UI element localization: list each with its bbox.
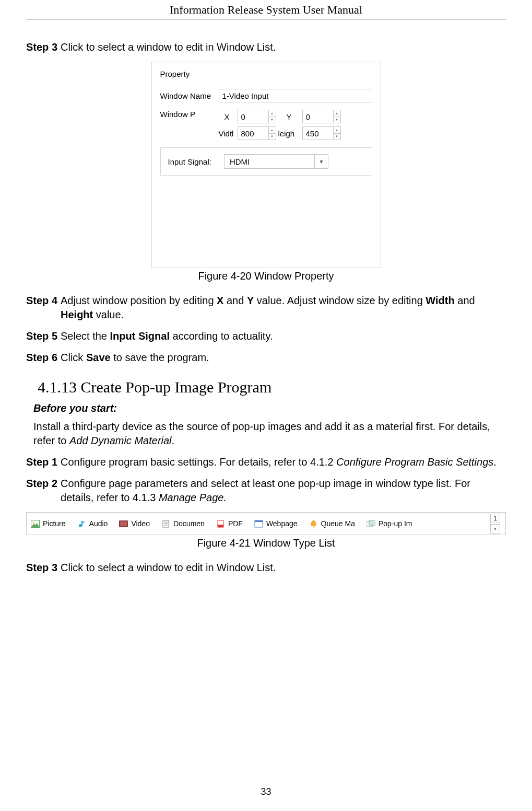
toolbar-item-picture[interactable]: Picture — [31, 519, 66, 528]
y-spinner-down-icon[interactable]: ▼ — [334, 117, 340, 123]
width-spinner-down-icon[interactable]: ▼ — [269, 134, 276, 140]
step-text: Click to select a window to edit in Wind… — [61, 40, 276, 54]
toolbar-label: Picture — [43, 519, 66, 528]
audio-icon — [77, 520, 86, 528]
toolbar-label: Webpage — [266, 519, 298, 528]
step-5: Step 5 Select the Input Signal according… — [26, 329, 506, 343]
section-heading: 4.1.13 Create Pop-up Image Program — [38, 378, 506, 396]
step-3b: Step 3 Click to select a window to edit … — [26, 561, 506, 575]
step-text: Click to select a window to edit in Wind… — [61, 561, 276, 575]
width-input[interactable]: 800 ▲ ▼ — [238, 126, 276, 140]
picture-icon — [31, 520, 40, 528]
text: Configure page parameters and select at … — [61, 478, 470, 503]
before-you-start-text: Install a third-party device as the sour… — [33, 420, 506, 448]
figure-4-21-caption: Figure 4-21 Window Type List — [26, 537, 506, 549]
step-6: Step 6 Click Save to save the program. — [26, 351, 506, 365]
text: . — [172, 435, 175, 446]
x-value[interactable]: 0 — [238, 110, 268, 123]
dropdown-caret-icon[interactable]: ▼ — [314, 155, 328, 168]
step-label: Step 4 — [26, 294, 57, 322]
text-bold: Height — [61, 309, 93, 320]
figure-4-20-caption: Figure 4-20 Window Property — [26, 270, 506, 282]
svg-point-1 — [32, 522, 34, 523]
text: according to actuality. — [170, 330, 273, 342]
height-spinner-up-icon[interactable]: ▲ — [334, 127, 340, 134]
toolbar-label: Pop-up Im — [379, 519, 412, 528]
svg-rect-3 — [81, 521, 82, 526]
svg-rect-13 — [255, 520, 263, 522]
toolbar-label: PDF — [228, 519, 243, 528]
bell-icon — [309, 520, 318, 528]
toolbar-item-queue[interactable]: Queue Ma — [309, 519, 355, 528]
y-spinner-up-icon[interactable]: ▲ — [334, 110, 340, 117]
toolbar-item-pdf[interactable]: PDF — [216, 519, 243, 528]
page-header-title: Information Release System User Manual — [26, 0, 506, 19]
toolbar-item-video[interactable]: Video — [119, 519, 150, 528]
svg-rect-11 — [218, 525, 223, 527]
svg-rect-5 — [120, 522, 127, 526]
toolbar-item-audio[interactable]: Audio — [77, 519, 108, 528]
toolbar-label: Audio — [89, 519, 108, 528]
window-count-input[interactable]: 1 — [490, 514, 500, 523]
text: and — [223, 295, 246, 306]
height-value[interactable]: 450 — [303, 127, 333, 140]
window-position-label: Window P — [160, 110, 214, 119]
text: to save the program. — [111, 352, 209, 363]
step-label: Step 3 — [26, 561, 57, 575]
input-signal-label: Input Signal: — [168, 157, 211, 166]
toolbar-item-popup-image[interactable]: Pop-up Im — [367, 519, 412, 528]
window-name-label: Window Name — [160, 91, 214, 100]
text-bold: X — [217, 295, 223, 306]
y-label: Y — [278, 112, 300, 121]
text-italic: Add Dynamic Material — [69, 435, 172, 446]
page-number: 33 — [0, 786, 532, 797]
toolbar-label: Video — [131, 519, 150, 528]
input-signal-subpanel: Input Signal: HDMI ▼ — [160, 147, 372, 176]
height-input[interactable]: 450 ▲ ▼ — [302, 126, 341, 140]
document-icon — [161, 520, 170, 528]
step-label: Step 3 — [26, 40, 57, 54]
toolbar-item-document[interactable]: Documen — [161, 519, 205, 528]
text-bold: Width — [425, 295, 454, 306]
text: value. Adjust window size by editing — [254, 295, 425, 306]
property-panel: Property Window Name 1-Video Input Windo… — [151, 62, 381, 268]
text: Adjust window position by editing — [61, 295, 217, 306]
width-value[interactable]: 800 — [238, 127, 268, 140]
property-heading: Property — [160, 69, 372, 78]
text: . — [493, 456, 496, 468]
toolbar-item-webpage[interactable]: Webpage — [254, 519, 298, 528]
text: Click — [61, 352, 86, 363]
y-value[interactable]: 0 — [303, 110, 333, 123]
text-italic: Configure Program Basic Settings — [336, 456, 493, 468]
svg-point-14 — [313, 526, 314, 527]
step-label: Step 5 — [26, 329, 57, 343]
step-3a: Step 3 Click to select a window to edit … — [26, 40, 506, 54]
text-bold: Input Signal — [110, 330, 170, 342]
webpage-icon — [254, 520, 263, 528]
step-label: Step 6 — [26, 351, 57, 365]
window-type-toolbar: Picture Audio Video Documen PDF — [26, 512, 506, 535]
input-signal-select[interactable]: HDMI ▼ — [224, 154, 328, 169]
video-icon — [119, 520, 128, 528]
step-2: Step 2 Configure page parameters and sel… — [26, 477, 506, 505]
count-spinner-down-icon[interactable]: ▼ — [490, 524, 500, 534]
step-1: Step 1 Configure program basic settings.… — [26, 455, 506, 469]
step-4: Step 4 Adjust window position by editing… — [26, 294, 506, 322]
x-spinner-down-icon[interactable]: ▼ — [269, 117, 276, 123]
text-italic: Manage Page. — [159, 492, 227, 503]
toolbar-label: Documen — [173, 519, 205, 528]
y-input[interactable]: 0 ▲ ▼ — [302, 110, 341, 123]
toolbar-label: Queue Ma — [321, 519, 355, 528]
popup-image-icon — [367, 520, 375, 528]
step-label: Step 1 — [26, 455, 57, 469]
width-spinner-up-icon[interactable]: ▲ — [269, 127, 276, 134]
x-spinner-up-icon[interactable]: ▲ — [269, 110, 276, 117]
window-name-input[interactable]: 1-Video Input — [219, 89, 372, 102]
height-spinner-down-icon[interactable]: ▼ — [334, 134, 340, 140]
text-bold: Save — [86, 352, 111, 363]
before-you-start-label: Before you start: — [33, 402, 506, 414]
x-label: X — [219, 112, 235, 121]
width-label: Vidtl — [219, 129, 235, 138]
x-input[interactable]: 0 ▲ ▼ — [238, 110, 276, 123]
text: Select the — [61, 330, 110, 342]
